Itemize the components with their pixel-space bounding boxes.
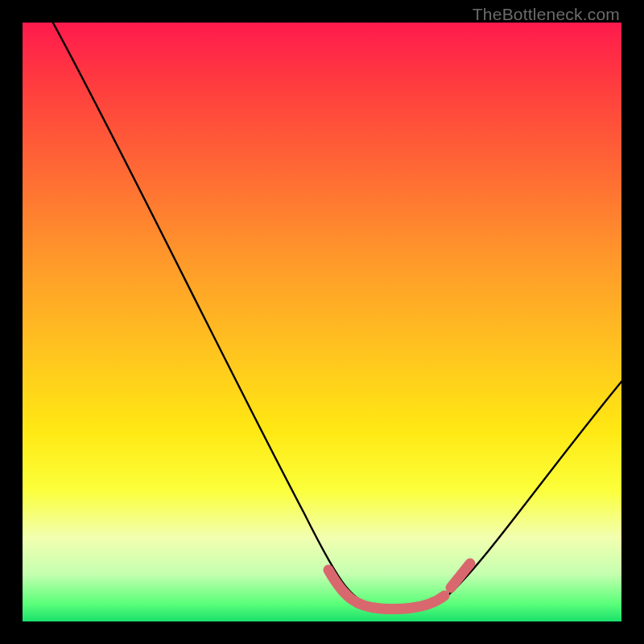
chart-frame: TheBottleneck.com xyxy=(0,0,644,644)
highlight-path xyxy=(328,564,470,609)
chart-plot-area xyxy=(23,23,621,621)
curve-svg xyxy=(23,23,621,621)
main-curve-path xyxy=(51,23,621,609)
watermark-text: TheBottleneck.com xyxy=(473,5,620,24)
